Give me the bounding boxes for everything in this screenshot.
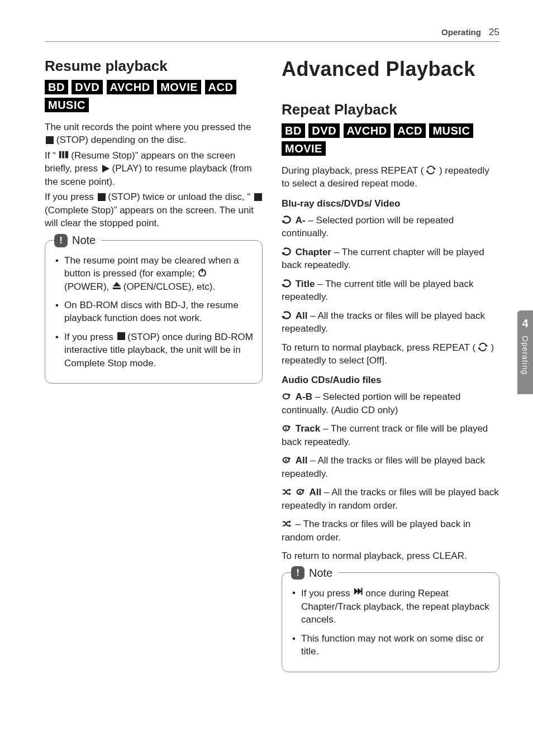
repeat-icon xyxy=(426,165,436,175)
badge-music: MUSIC xyxy=(45,98,89,112)
advanced-playback-heading: Advanced Playback xyxy=(282,58,499,81)
badge-bd: BD xyxy=(282,123,305,138)
resume-p1: The unit records the point where you pre… xyxy=(45,121,263,147)
mode-shuffle-all: All – All the tracks or files will be pl… xyxy=(282,486,499,512)
stop-icon xyxy=(97,192,106,201)
resume-playback-heading: Resume playback xyxy=(45,58,263,75)
left-column: Resume playback BD DVD AVCHD MOVIE ACD M… xyxy=(45,58,263,672)
badge-avchd: AVCHD xyxy=(107,80,154,94)
note-bang-icon: ! xyxy=(54,234,68,247)
note-bang-icon: ! xyxy=(291,566,304,580)
header-page-number: 25 xyxy=(489,27,499,37)
badge-dvd: DVD xyxy=(72,80,103,94)
badge-avchd: AVCHD xyxy=(344,123,391,138)
repeat-badges: BD DVD AVCHD ACD MUSIC MOVIE xyxy=(282,123,499,159)
mode-title: Title – The current title will be played… xyxy=(282,277,499,304)
play-icon xyxy=(101,164,110,173)
resume-note-1: The resume point may be cleared when a b… xyxy=(55,254,253,293)
chapter-side-tab: 4 Operating xyxy=(517,310,533,394)
resume-note-box: ! Note The resume point may be cleared w… xyxy=(45,240,263,384)
mode-a: A- – Selected portion will be repeated c… xyxy=(282,214,499,240)
bd-return: To return to normal playback, press REPE… xyxy=(282,341,499,367)
resume-p3: If you press (STOP) twice or unload the … xyxy=(45,190,263,229)
repeat-note-box: ! Note If you press once during Repeat C… xyxy=(282,572,499,672)
badge-acd: ACD xyxy=(394,123,426,138)
repeat-arrow-icon xyxy=(282,279,292,289)
badge-acd: ACD xyxy=(205,80,237,94)
repeat-arrow-icon xyxy=(282,247,292,257)
badge-dvd: DVD xyxy=(308,123,340,138)
next-track-icon xyxy=(353,586,363,596)
repeat-intro: During playback, press REPEAT ( ) repeat… xyxy=(282,164,499,190)
note-tab: ! Note xyxy=(54,234,101,247)
resume-note-3: If you press (STOP) once during BD-ROM i… xyxy=(55,331,253,370)
repeat-icon xyxy=(478,342,488,352)
stop-icon xyxy=(116,331,125,340)
stop-icon xyxy=(45,135,54,144)
shuffle-icon xyxy=(282,487,292,497)
note-label: Note xyxy=(72,234,96,247)
loop-one-icon xyxy=(282,423,292,433)
badge-music: MUSIC xyxy=(429,123,473,138)
eject-icon xyxy=(112,281,121,290)
loop-icon xyxy=(282,391,292,401)
mode-ab: A-B – Selected portion will be repeated … xyxy=(282,390,499,417)
loop-all-icon xyxy=(296,487,306,497)
side-tab-number: 4 xyxy=(522,317,528,330)
loop-all-icon xyxy=(282,455,292,465)
badge-movie: MOVIE xyxy=(282,141,326,156)
repeat-note-1: If you press once during Repeat Chapter/… xyxy=(292,586,490,626)
repeat-playback-heading: Repeat Playback xyxy=(282,101,499,118)
side-tab-label: Operating xyxy=(521,336,530,375)
badge-movie: MOVIE xyxy=(157,80,201,94)
note-label: Note xyxy=(309,567,332,580)
mode-all-audio: All – All the tracks or files will be pl… xyxy=(282,454,499,480)
shuffle-icon xyxy=(282,519,292,529)
repeat-note-2: This function may not work on some disc … xyxy=(292,632,490,658)
resume-note-2: On BD-ROM discs with BD-J, the resume pl… xyxy=(55,299,253,325)
heading-bluray: Blu-ray discs/DVDs/ Video xyxy=(282,198,499,209)
repeat-arrow-icon xyxy=(282,310,292,320)
stop-icon xyxy=(253,192,262,201)
note-tab: ! Note xyxy=(291,566,338,580)
mode-chapter: Chapter – The current chapter will be pl… xyxy=(282,246,499,272)
repeat-arrow-icon xyxy=(282,215,292,225)
pause-stop-icon xyxy=(59,150,69,160)
mode-track: Track – The current track or file will b… xyxy=(282,422,499,448)
audio-return: To return to normal playback, press CLEA… xyxy=(282,549,499,562)
mode-all-bd: All – All the tracks or files will be pl… xyxy=(282,309,499,336)
right-column: Advanced Playback Repeat Playback BD DVD… xyxy=(282,58,499,672)
resume-badges: BD DVD AVCHD MOVIE ACD MUSIC xyxy=(45,79,263,115)
mode-shuffle: – The tracks or files will be played bac… xyxy=(282,518,499,544)
power-icon xyxy=(197,267,206,276)
badge-bd: BD xyxy=(45,80,68,94)
page-header: Operating 25 xyxy=(45,27,499,42)
heading-audio: Audio CDs/Audio files xyxy=(282,375,499,386)
header-section: Operating xyxy=(441,27,481,37)
resume-p2: If “ (Resume Stop)” appears on the scree… xyxy=(45,149,263,188)
